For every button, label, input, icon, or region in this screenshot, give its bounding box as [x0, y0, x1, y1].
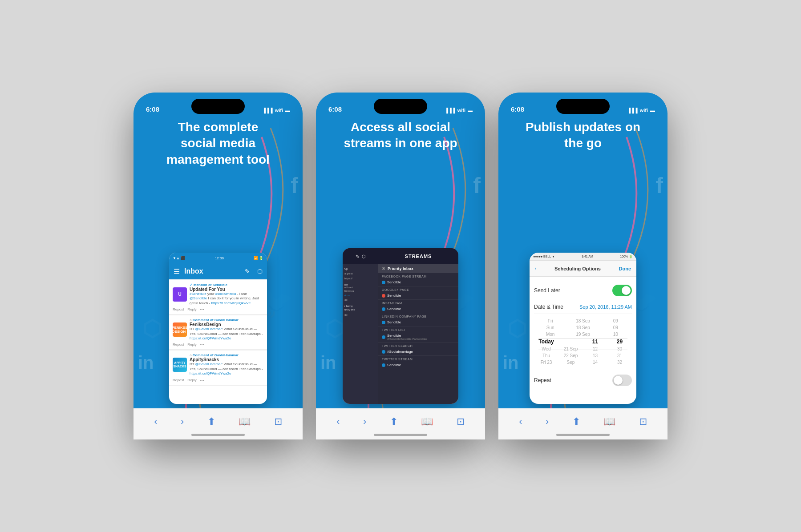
avatar-2: FENIKSSDESIGN — [173, 322, 187, 337]
stream-dot-li — [382, 321, 385, 324]
mention-label-3: ○ Comment of GavinHammar — [190, 353, 263, 357]
inbox-text-2: ○ Comment of GavinHammar FenikssDesign R… — [190, 318, 263, 341]
picker-row-6: Fri 23 Sep 14 32 — [534, 359, 632, 366]
stream-name-fb: Sendible — [387, 280, 401, 284]
stream-name-twstream: Sendible — [387, 363, 401, 367]
inbox-title: Inbox — [184, 267, 240, 275]
fwd-btn-2[interactable]: › — [363, 416, 366, 427]
scheduling-done-btn[interactable]: Done — [619, 266, 631, 271]
inbox-content-3: RT @GavinHammar: What SoundCloud — Yes, … — [190, 362, 263, 376]
more-btn-3[interactable]: ••• — [200, 378, 204, 382]
stream-section-gplus: GOOGLE+ PAGE — [378, 286, 458, 292]
fwd-btn-3[interactable]: › — [546, 416, 549, 427]
wifi-icon-2: wifi — [457, 108, 465, 113]
stream-item-twstream[interactable]: Sendible — [378, 361, 458, 369]
share-btn-1[interactable]: ⬆ — [207, 416, 215, 427]
stream-item-twsearch[interactable]: #Socialmarriage — [378, 348, 458, 356]
heading-line-3-1: Publish updates on — [512, 119, 654, 135]
bookmarks-btn-3[interactable]: 📖 — [603, 416, 615, 427]
share-btn-3[interactable]: ⬆ — [572, 416, 580, 427]
linkedin-bg-icon-3: in — [503, 353, 519, 373]
layers-icon: ⬡ — [257, 268, 263, 275]
inbox-item-2: FENIKSSDESIGN ○ Comment of GavinHammar F… — [169, 315, 267, 350]
wifi-icon-3: wifi — [640, 108, 648, 113]
instagram-bg-icon: ⬡ — [142, 316, 162, 342]
fwd-btn-1[interactable]: › — [181, 416, 184, 427]
inbox-body: U ✓ Mention of Sendible Updated For You … — [169, 279, 267, 386]
back-btn-2[interactable]: ‹ — [336, 416, 340, 427]
repost-btn-3[interactable]: Repost — [173, 378, 184, 382]
repost-btn-2[interactable]: Repost — [173, 343, 184, 347]
inbox-text-3: ○ Comment of GavinHammar AppitySnacks RT… — [190, 353, 263, 376]
stream-name-twsearch: #Socialmarriage — [387, 350, 413, 354]
repeat-row: Repeat — [534, 371, 632, 390]
heading-line-2: social media — [147, 135, 289, 151]
reply-btn-3[interactable]: Reply — [187, 378, 196, 382]
stream-item-li[interactable]: Sendible — [378, 318, 458, 326]
scheduling-title: Scheduling Options — [536, 266, 619, 271]
time-picker[interactable]: Fri 18 Sep 09 Sun 18 Sep 09 Mon 19 Sep — [534, 318, 632, 371]
stream-sublabel-twlist: @Sendible/Sendible-Partnerships — [387, 338, 427, 340]
inbox-item-1: U ✓ Mention of Sendible Updated For You … — [169, 280, 267, 314]
signal-icon: ▐▐▐ — [262, 108, 272, 113]
stream-item-twlist[interactable]: Sendible @Sendible/Sendible-Partnerships — [378, 332, 458, 343]
inbox-name-2: FenikssDesign — [190, 322, 263, 327]
home-indicator-2 — [374, 434, 427, 436]
heading-line-2-1: Access all social — [329, 119, 472, 135]
priority-inbox-item[interactable]: ✉ Priority Inbox — [378, 264, 458, 273]
bottom-bar-3: ‹ › ⬆ 📖 ⊡ — [498, 408, 668, 439]
stream-section-twstream: TWITTER STREAM — [378, 356, 458, 361]
envelope-icon: ✉ — [382, 266, 385, 271]
picker-row-2: Sun 18 Sep 09 — [534, 324, 632, 331]
bottom-bar-2: ‹ › ⬆ 📖 ⊡ — [316, 408, 485, 439]
inbox-name-3: AppitySnacks — [190, 357, 263, 362]
repeat-toggle[interactable] — [612, 375, 632, 386]
tabs-btn-1[interactable]: ⊡ — [274, 416, 282, 427]
reply-btn-2[interactable]: Reply — [187, 343, 196, 347]
compose-icon: ✎ — [245, 268, 250, 275]
priority-inbox-label: Priority Inbox — [388, 266, 413, 271]
linkedin-bg-icon-2: in — [320, 353, 336, 373]
more-btn-2[interactable]: ••• — [200, 343, 204, 347]
tabs-btn-2[interactable]: ⊡ — [457, 416, 465, 427]
stream-item-gplus[interactable]: Sendible — [378, 292, 458, 300]
stream-item-ig[interactable]: Sendible — [378, 305, 458, 313]
battery-icon: ▬ — [285, 108, 290, 113]
back-btn-3[interactable]: ‹ — [519, 416, 522, 427]
signal-icon-3: ▐▐▐ — [627, 108, 637, 113]
bookmarks-btn-1[interactable]: 📖 — [239, 416, 251, 427]
more-btn-1[interactable]: ••• — [200, 307, 204, 311]
stream-section-fb: FACEBOOK PAGE STREAM — [378, 273, 458, 278]
dynamic-island-1 — [191, 99, 245, 114]
streams-list: ✉ Priority Inbox FACEBOOK PAGE STREAM Se… — [378, 264, 458, 404]
heading-line-3: management tool — [147, 152, 289, 168]
scheduling-header: ‹ Scheduling Options Done — [530, 261, 636, 277]
repost-btn-1[interactable]: Repost — [173, 307, 184, 311]
picker-row-1: Fri 18 Sep 09 — [534, 318, 632, 324]
mention-label-1: ✓ Mention of Sendible — [190, 283, 263, 287]
inbox-actions-3: Repost Reply ••• — [173, 378, 263, 382]
android-status: ▼▲ ⬛ 12:30 📶 🔋 — [169, 253, 267, 263]
share-btn-2[interactable]: ⬆ — [390, 416, 398, 427]
stream-item-fb[interactable]: Sendible — [378, 278, 458, 286]
stream-section-li: LINKEDIN COMPANY PAGE — [378, 313, 458, 318]
wifi-icon: wifi — [275, 108, 283, 113]
datetime-value: Sep 20, 2016, 11:29 AM — [579, 304, 632, 310]
send-later-toggle[interactable] — [612, 285, 632, 296]
tabs-btn-3[interactable]: ⊡ — [639, 416, 647, 427]
inbox-name-1: Updated For You — [190, 287, 263, 292]
stream-dot-fb — [382, 281, 385, 284]
fb-bg-icon-3: f — [655, 173, 663, 198]
picker-row-4: Wed 21 Sep 12 30 — [534, 346, 632, 352]
stream-dot-ig — [382, 307, 385, 311]
hamburger-icon: ☰ — [174, 267, 180, 276]
stream-name-ig: Sendible — [387, 307, 401, 311]
bookmarks-btn-2[interactable]: 📖 — [421, 416, 433, 427]
reply-btn-1[interactable]: Reply — [187, 307, 196, 311]
heading-2: Access all social streams in one app — [316, 119, 485, 152]
repeat-label: Repeat — [534, 377, 551, 383]
datetime-row: Date & Time Sep 20, 2016, 11:29 AM — [534, 300, 632, 314]
back-btn-1[interactable]: ‹ — [154, 416, 157, 427]
dynamic-island-2 — [374, 99, 427, 114]
streams-title: STREAMS — [405, 254, 432, 259]
